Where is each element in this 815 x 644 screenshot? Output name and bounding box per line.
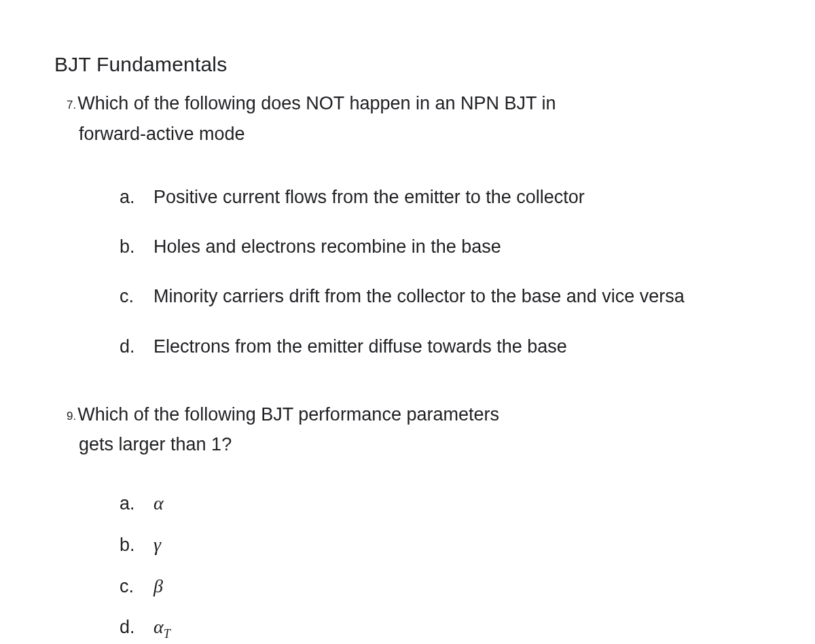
option-b: b. γ [120,530,761,560]
option-text: Holes and electrons recombine in the bas… [153,232,501,262]
option-label: c. [120,282,153,311]
option-symbol: β [153,571,163,602]
option-a: a. Positive current flows from the emitt… [120,183,761,212]
question-7: 7. Which of the following does NOT happe… [67,88,761,361]
option-text: Minority carriers drift from the collect… [153,282,685,311]
question-7-stem-line1: 7. Which of the following does NOT happe… [67,88,761,119]
question-number: 7. [67,96,76,115]
option-a: a. α [120,488,761,519]
question-7-stem-line2: forward-active mode [79,119,761,149]
option-symbol: α [153,488,164,519]
question-text: Which of the following does NOT happen i… [77,88,556,119]
option-c: c. Minority carriers drift from the coll… [120,282,761,311]
question-9-stem-line2: gets larger than 1? [79,429,761,460]
section-title: BJT Fundamentals [54,53,761,76]
option-label: c. [120,572,153,601]
question-text: Which of the following BJT performance p… [77,399,499,430]
option-label: a. [120,489,153,518]
question-9-options: a. α b. γ c. β d. αT [120,488,761,644]
option-symbol: αT [153,612,170,644]
option-label: b. [120,232,153,262]
option-text: Electrons from the emitter diffuse towar… [153,332,567,361]
option-label: a. [120,183,153,212]
option-d: d. αT [120,612,761,644]
option-text: Positive current flows from the emitter … [153,183,585,212]
option-label: d. [120,332,153,361]
question-9-stem-line1: 9. Which of the following BJT performanc… [67,399,761,430]
question-7-options: a. Positive current flows from the emitt… [120,183,761,361]
question-number: 9. [67,407,76,426]
document-page: BJT Fundamentals 7. Which of the followi… [0,0,815,644]
option-d: d. Electrons from the emitter diffuse to… [120,332,761,361]
option-c: c. β [120,571,761,602]
option-label: b. [120,531,153,560]
option-symbol: γ [153,530,161,560]
option-b: b. Holes and electrons recombine in the … [120,232,761,262]
question-9: 9. Which of the following BJT performanc… [67,399,761,644]
option-label: d. [120,613,153,642]
